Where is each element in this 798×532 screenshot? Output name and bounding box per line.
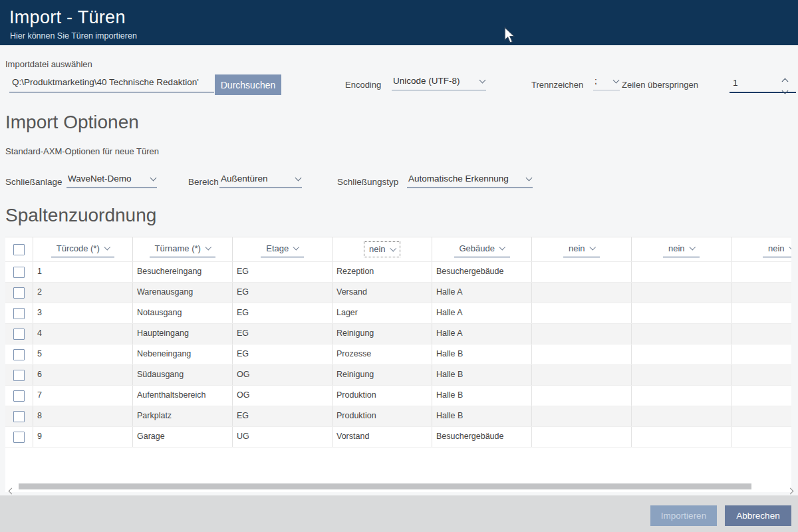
row-checkbox[interactable]: [13, 370, 25, 381]
page-subtitle: Hier können Sie Türen importieren: [10, 31, 137, 41]
table-column-header: nein: [332, 237, 432, 261]
table-cell: Parkplatz: [133, 406, 233, 426]
delimiter-value: ;: [595, 76, 597, 86]
table-cell: 8: [33, 406, 133, 426]
cancel-button[interactable]: Abbrechen: [725, 505, 791, 526]
import-file-input[interactable]: Q:\Produktmarketing\40 Technische Redakt…: [9, 75, 214, 92]
area-label: Bereich: [188, 177, 219, 187]
table-cell: Warenausgang: [133, 283, 233, 303]
horizontal-scrollbar-thumb[interactable]: [19, 483, 751, 489]
row-checkbox-cell: [5, 283, 33, 303]
browse-button[interactable]: Durchsuchen: [215, 74, 281, 95]
chevron-up-icon[interactable]: [781, 78, 788, 85]
table-column-header: nein: [732, 237, 791, 261]
table-cell: [732, 406, 791, 426]
table-row: 8ParkplatzEGProduktionHalle B: [5, 406, 791, 427]
chevron-down-icon: [104, 244, 110, 250]
column-mapping-select[interactable]: nein: [364, 241, 400, 257]
table-cell: OG: [233, 365, 332, 385]
row-checkbox[interactable]: [13, 287, 25, 299]
table-cell: [632, 427, 732, 447]
select-all-checkbox[interactable]: [13, 244, 25, 255]
column-mapping-select[interactable]: nein: [663, 242, 700, 257]
row-checkbox-cell: [5, 427, 33, 447]
column-mapping-select[interactable]: nein: [563, 242, 600, 257]
column-mapping-select[interactable]: Türcode (*): [51, 242, 115, 257]
table-cell: Halle B: [432, 365, 532, 385]
table-cell: EG: [233, 406, 332, 426]
scroll-right-button[interactable]: [788, 484, 793, 496]
table-cell: [732, 303, 791, 323]
row-checkbox[interactable]: [13, 390, 25, 402]
row-checkbox-cell: [5, 406, 33, 426]
table-row: 6SüdausgangOGReinigungHalle B: [5, 365, 791, 386]
table-cell: Halle A: [432, 283, 532, 303]
row-checkbox-cell: [5, 386, 33, 406]
options-heading: Import Optionen: [5, 112, 139, 133]
locking-system-select[interactable]: WaveNet-Demo: [66, 174, 157, 188]
table-body: 1BesuchereingangEGRezeptionBesuchergebäu…: [5, 262, 791, 448]
table-cell: Prozesse: [332, 344, 432, 364]
import-file-label: Importdatei auswählen: [5, 59, 92, 69]
table-cell: [732, 324, 791, 344]
table-cell: Produktion: [332, 406, 432, 426]
chevron-down-icon: [150, 174, 157, 181]
table-cell: [632, 283, 732, 303]
table-cell: Halle A: [432, 324, 532, 344]
encoding-select[interactable]: Unicode (UTF-8): [392, 76, 486, 90]
chevron-right-icon: [787, 488, 794, 495]
import-button[interactable]: Importieren: [650, 505, 717, 526]
row-checkbox[interactable]: [13, 329, 25, 340]
table-cell: Halle B: [432, 386, 532, 406]
table-column-header: nein: [632, 237, 732, 261]
table-cell: EG: [233, 262, 332, 282]
row-checkbox[interactable]: [13, 432, 25, 443]
table-cell: 3: [33, 303, 133, 323]
table-row: 9GarageUGVorstandBesuchergebäude: [5, 427, 791, 448]
table-cell: Südausgang: [133, 365, 233, 385]
delimiter-select[interactable]: ;: [593, 76, 620, 90]
table-cell: Notausgang: [133, 303, 233, 323]
row-checkbox[interactable]: [13, 308, 25, 319]
options-subheading: Standard-AXM-Optionen für neue Türen: [5, 146, 159, 156]
skip-rows-stepper[interactable]: [780, 77, 789, 93]
table-row: 7AufenthaltsbereichOGProduktionHalle B: [5, 386, 791, 406]
table-cell: Vorstand: [332, 427, 432, 447]
window-header: Import - Türen Hier können Sie Türen imp…: [0, 0, 798, 45]
column-mapping-select[interactable]: Gebäude: [454, 242, 510, 257]
table-cell: [532, 386, 632, 406]
row-checkbox-cell: [5, 324, 33, 344]
area-select[interactable]: Außentüren: [219, 174, 302, 188]
table-cell: Besuchergebäude: [432, 262, 532, 282]
table-cell: Nebeneingang: [133, 344, 233, 364]
chevron-down-icon[interactable]: [781, 88, 788, 94]
table-cell: [532, 365, 632, 385]
table-cell: [732, 427, 791, 447]
chevron-down-icon: [390, 245, 396, 251]
table-row: 1BesuchereingangEGRezeptionBesuchergebäu…: [5, 262, 791, 283]
scroll-left-button[interactable]: [9, 484, 14, 496]
table-cell: EG: [233, 283, 332, 303]
column-mapping-select[interactable]: Türname (*): [150, 242, 216, 257]
table-cell: 2: [33, 283, 133, 303]
table-cell: EG: [233, 324, 332, 344]
table-cell: [532, 303, 632, 323]
chevron-down-icon: [499, 244, 505, 250]
table-column-header: Gebäude: [432, 237, 532, 261]
table-cell: [632, 344, 732, 364]
table-cell: 5: [33, 344, 133, 364]
select-all-cell: [5, 237, 33, 261]
chevron-down-icon: [589, 244, 595, 250]
table-row: 3NotausgangEGLagerHalle A: [5, 303, 791, 324]
row-checkbox[interactable]: [13, 267, 25, 278]
table-cell: Haupteingang: [133, 324, 233, 344]
chevron-down-icon: [789, 244, 791, 250]
row-checkbox[interactable]: [13, 411, 25, 422]
table-cell: Besuchergebäude: [432, 427, 532, 447]
lock-type-select[interactable]: Automatische Erkennung: [407, 174, 533, 188]
table-column-header: Türcode (*): [33, 237, 133, 261]
column-mapping-select[interactable]: nein: [763, 242, 791, 257]
row-checkbox[interactable]: [13, 349, 25, 360]
chevron-down-icon: [295, 174, 302, 181]
column-mapping-select[interactable]: Etage: [261, 242, 303, 257]
